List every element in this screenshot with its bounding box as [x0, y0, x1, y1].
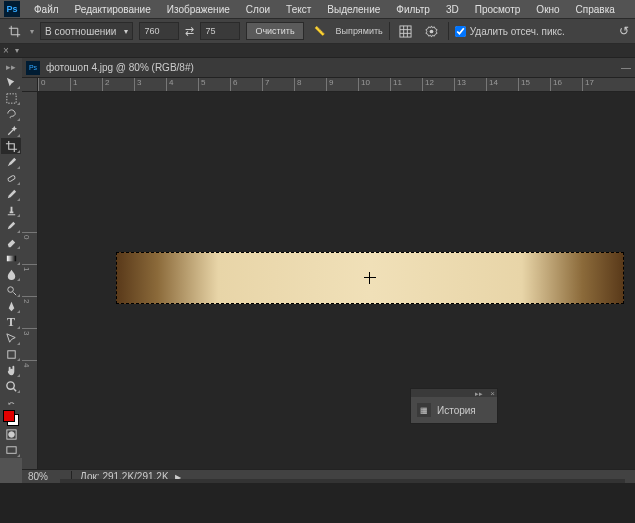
menu-3d[interactable]: 3D [438, 2, 467, 17]
crop-width-input[interactable] [139, 22, 179, 40]
menu-filter[interactable]: Фильтр [388, 2, 438, 17]
zoom-tool[interactable] [1, 378, 21, 394]
menu-text[interactable]: Текст [278, 2, 319, 17]
options-bar: ▾ В соотношении▾ ⇄ Очистить 📏 Выпрямить … [0, 18, 635, 44]
canvas-viewport[interactable] [38, 92, 635, 483]
tab-dropdown-icon[interactable]: ▾ [12, 46, 22, 55]
menu-layers[interactable]: Слои [238, 2, 278, 17]
wand-tool[interactable] [1, 122, 21, 138]
crop-tool-icon[interactable] [4, 21, 24, 41]
panel-header[interactable]: ▸▸ × [411, 389, 497, 397]
delete-cropped-checkbox[interactable]: Удалить отсеч. пикс. [455, 26, 565, 37]
menu-help[interactable]: Справка [568, 2, 623, 17]
blur-tool[interactable] [1, 266, 21, 282]
ruler-horizontal[interactable]: 01234567891011121314151617 [38, 78, 635, 92]
ruler-origin[interactable] [22, 78, 38, 92]
swap-colors-icon[interactable]: ⤺ [1, 398, 21, 408]
tab-bar: × ▾ [0, 44, 635, 58]
straighten-icon[interactable]: 📏 [310, 21, 330, 41]
screenmode-tool[interactable] [1, 442, 21, 458]
dodge-tool[interactable] [1, 282, 21, 298]
clear-button[interactable]: Очистить [246, 22, 303, 40]
svg-rect-0 [400, 25, 411, 36]
reset-icon[interactable]: ↺ [619, 24, 629, 38]
crop-center-icon [364, 272, 376, 284]
svg-rect-2 [6, 93, 15, 102]
menu-view[interactable]: Просмотр [467, 2, 529, 17]
app-logo: Ps [4, 1, 20, 17]
lasso-tool[interactable] [1, 106, 21, 122]
tools-panel: ▸▸ T ⤺ [0, 58, 22, 458]
svg-point-9 [8, 431, 14, 437]
tab-close-icon[interactable]: × [0, 45, 12, 56]
marquee-tool[interactable] [1, 90, 21, 106]
pen-tool[interactable] [1, 298, 21, 314]
crop-ratio-select[interactable]: В соотношении▾ [40, 22, 133, 40]
history-brush-tool[interactable] [1, 218, 21, 234]
foreground-color[interactable] [3, 410, 15, 422]
quickmask-tool[interactable] [1, 426, 21, 442]
svg-point-5 [7, 286, 13, 292]
grid-overlay-icon[interactable] [396, 21, 416, 41]
svg-point-1 [430, 29, 434, 33]
eyedropper-tool[interactable] [1, 154, 21, 170]
menu-edit[interactable]: Редактирование [67, 2, 159, 17]
panel-close-icon[interactable]: × [490, 389, 495, 398]
doc-icon: Ps [26, 61, 40, 75]
svg-rect-4 [6, 255, 15, 261]
document-area: Ps фотошоп 4.jpg @ 80% (RGB/8#) — 012345… [22, 58, 635, 483]
tools-collapse-icon[interactable]: ▸▸ [6, 62, 16, 72]
heal-tool[interactable] [1, 170, 21, 186]
crop-tool[interactable] [1, 138, 21, 154]
svg-rect-3 [7, 175, 15, 182]
stamp-tool[interactable] [1, 202, 21, 218]
gradient-tool[interactable] [1, 250, 21, 266]
svg-point-7 [6, 381, 13, 388]
document-tab[interactable]: Ps фотошоп 4.jpg @ 80% (RGB/8#) — [22, 58, 635, 78]
tab-minimize-icon[interactable]: — [621, 62, 631, 73]
straighten-label: Выпрямить [336, 26, 383, 36]
canvas-image[interactable] [116, 252, 624, 304]
brush-tool[interactable] [1, 186, 21, 202]
crop-height-input[interactable] [200, 22, 240, 40]
menu-select[interactable]: Выделение [319, 2, 388, 17]
gear-icon[interactable] [422, 21, 442, 41]
history-panel[interactable]: ▸▸ × ▦ История [410, 388, 498, 424]
eraser-tool[interactable] [1, 234, 21, 250]
swap-icon[interactable]: ⇄ [185, 25, 194, 38]
panel-collapse-icon[interactable]: ▸▸ [475, 390, 483, 398]
bottom-area [0, 483, 635, 523]
move-tool[interactable] [1, 74, 21, 90]
svg-rect-10 [6, 446, 15, 453]
menu-window[interactable]: Окно [528, 2, 567, 17]
menu-file[interactable]: Файл [26, 2, 67, 17]
hand-tool[interactable] [1, 362, 21, 378]
text-tool[interactable]: T [1, 314, 21, 330]
path-tool[interactable] [1, 330, 21, 346]
ruler-vertical[interactable]: 01234 [22, 92, 38, 483]
history-icon: ▦ [417, 403, 431, 417]
history-label: История [437, 405, 476, 416]
shape-tool[interactable] [1, 346, 21, 362]
document-title: фотошоп 4.jpg @ 80% (RGB/8#) [46, 62, 194, 73]
menu-image[interactable]: Изображение [159, 2, 238, 17]
menu-bar: Ps Файл Редактирование Изображение Слои … [0, 0, 635, 18]
svg-rect-6 [7, 350, 14, 357]
color-swatches[interactable] [3, 410, 19, 426]
